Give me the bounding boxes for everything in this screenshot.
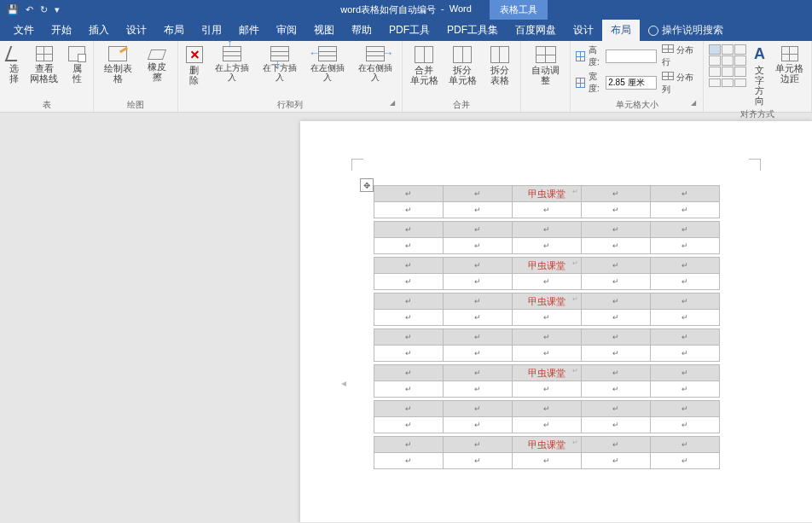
table-cell[interactable]: ↵ (374, 365, 444, 381)
table-row[interactable]: ↵↵↵↵↵ (374, 401, 720, 417)
eraser-button[interactable]: 橡皮擦 (142, 44, 172, 84)
table-cell[interactable]: 甲虫课堂↵ (513, 293, 582, 310)
table-cell[interactable]: ↵ (582, 238, 651, 254)
tab-mailings[interactable]: 邮件 (230, 20, 268, 41)
draw-table-button[interactable]: 绘制表格 (99, 44, 137, 85)
table-cell[interactable]: ↵ (651, 381, 720, 398)
table-cell[interactable]: ↵ (374, 222, 444, 238)
delete-button[interactable]: 删除 (183, 44, 206, 87)
table-cell[interactable]: ↵ (374, 346, 444, 362)
table-cell[interactable]: ↵ (651, 453, 720, 469)
table-cell[interactable]: ↵ (444, 238, 513, 254)
table-row[interactable]: ↵↵↵↵↵ (374, 381, 720, 398)
table-cell[interactable]: ↵ (374, 186, 444, 202)
tab-file[interactable]: 文件 (5, 20, 43, 41)
table-row[interactable]: ↵↵↵↵↵ (374, 453, 720, 469)
table-cell[interactable]: 甲虫课堂↵ (513, 186, 582, 202)
table-row[interactable]: ↵↵↵↵↵ (374, 202, 720, 218)
table-row[interactable]: ↵↵↵↵↵ (374, 222, 720, 238)
table-row[interactable]: ↵↵甲虫课堂↵↵↵ (374, 258, 720, 274)
distribute-cols-button[interactable]: 分布列 (662, 72, 698, 96)
table-row[interactable]: ↵↵↵↵↵ (374, 274, 720, 290)
table-cell[interactable]: ↵ (582, 274, 651, 290)
table-cell[interactable]: ↵ (374, 310, 444, 326)
table-cell[interactable]: ↵ (651, 310, 720, 326)
tab-review[interactable]: 审阅 (268, 20, 305, 41)
table-cell[interactable]: ↵ (582, 437, 651, 453)
qat-more-icon[interactable]: ▾ (55, 4, 60, 15)
table-move-handle[interactable]: ✥ (360, 178, 374, 192)
table-cell[interactable]: ↵ (651, 329, 720, 346)
table-cell[interactable]: ↵ (444, 293, 513, 310)
table-cell[interactable]: ↵ (374, 293, 444, 310)
table-cell[interactable]: ↵ (582, 329, 651, 346)
tab-design[interactable]: 设计 (118, 20, 155, 41)
tab-home[interactable]: 开始 (43, 20, 80, 41)
table-cell[interactable]: ↵ (582, 453, 651, 469)
table-row[interactable]: ↵↵甲虫课堂↵↵↵ (374, 437, 720, 453)
table-cell[interactable]: ↵ (651, 365, 720, 381)
merge-cells-button[interactable]: 合并 单元格 (408, 44, 441, 87)
split-cells-button[interactable]: 拆分 单元格 (446, 44, 479, 87)
tab-help[interactable]: 帮助 (343, 20, 380, 41)
tab-layout[interactable]: 布局 (155, 20, 193, 41)
height-input[interactable] (606, 49, 657, 63)
table-cell[interactable]: ↵ (651, 186, 720, 202)
tab-table-design[interactable]: 设计 (565, 20, 602, 41)
table-cell[interactable]: ↵ (582, 310, 651, 326)
table-cell[interactable]: ↵ (444, 381, 513, 398)
table-cell[interactable]: ↵ (513, 453, 582, 469)
table-cell[interactable]: ↵ (582, 202, 651, 218)
table-cell[interactable]: ↵ (444, 453, 513, 469)
table-row[interactable]: ↵↵↵↵↵ (374, 310, 720, 326)
distribute-rows-button[interactable]: 分布行 (662, 44, 698, 68)
table-cell[interactable]: ↵ (651, 401, 720, 417)
table-cell[interactable]: ↵ (651, 293, 720, 310)
table-cell[interactable]: ↵ (513, 329, 582, 346)
table-cell[interactable]: ↵ (444, 401, 513, 417)
table-cell[interactable]: ↵ (374, 238, 444, 254)
table-cell[interactable]: ↵ (651, 417, 720, 433)
insert-below-button[interactable]: ↓ 在下方插入 (258, 44, 301, 84)
table-cell[interactable]: ↵ (651, 202, 720, 218)
table-cell[interactable]: ↵ (651, 274, 720, 290)
table-cell[interactable]: ↵ (374, 274, 444, 290)
table-cell[interactable]: ↵ (582, 417, 651, 433)
table-cell[interactable]: ↵ (374, 417, 444, 433)
table-cell[interactable]: ↵ (513, 202, 582, 218)
table-cell[interactable]: ↵ (582, 401, 651, 417)
table-cell[interactable]: ↵ (651, 238, 720, 254)
table-cell[interactable]: ↵ (651, 346, 720, 362)
table-cell[interactable]: ↵ (513, 346, 582, 362)
table-cell[interactable]: ↵ (444, 274, 513, 290)
split-table-button[interactable]: 拆分表格 (484, 44, 516, 87)
table-cell[interactable]: ↵ (374, 437, 444, 453)
tab-pdfset[interactable]: PDF工具集 (438, 20, 507, 41)
tab-view[interactable]: 视图 (305, 20, 343, 41)
table-cell[interactable]: ↵ (374, 329, 444, 346)
table-cell[interactable]: ↵ (582, 258, 651, 274)
table-cell[interactable]: ↵ (444, 222, 513, 238)
table-cell[interactable]: ↵ (513, 274, 582, 290)
tab-references[interactable]: 引用 (193, 20, 230, 41)
table-cell[interactable]: ↵ (651, 258, 720, 274)
table-cell[interactable]: ↵ (513, 381, 582, 398)
table-row[interactable]: ↵↵↵↵↵ (374, 238, 720, 254)
table-cell[interactable]: ↵ (444, 310, 513, 326)
table-row[interactable]: ↵↵甲虫课堂↵↵↵ (374, 365, 720, 381)
width-input[interactable] (606, 76, 657, 90)
table-cell[interactable]: ↵ (651, 437, 720, 453)
table-cell[interactable]: ↵ (513, 401, 582, 417)
save-icon[interactable]: 💾 (7, 4, 19, 15)
table-cell[interactable]: ↵ (444, 365, 513, 381)
rc-launcher-icon[interactable]: ◢ (390, 96, 395, 110)
table-cell[interactable]: ↵ (513, 417, 582, 433)
word-table[interactable]: ↵↵甲虫课堂↵↵↵↵↵↵↵↵↵↵↵↵↵↵↵↵↵↵↵↵甲虫课堂↵↵↵↵↵↵↵↵↵↵… (374, 185, 720, 473)
table-cell[interactable]: ↵ (444, 186, 513, 202)
insert-left-button[interactable]: ← 在左侧插入 (306, 44, 349, 84)
insert-above-button[interactable]: ↑ 在上方插入 (211, 44, 253, 84)
page[interactable]: ✥ ◂ ↵↵甲虫课堂↵↵↵↵↵↵↵↵↵↵↵↵↵↵↵↵↵↵↵↵甲虫课堂↵↵↵↵↵↵… (300, 121, 812, 522)
table-cell[interactable]: ↵ (444, 417, 513, 433)
table-cell[interactable]: ↵ (582, 186, 651, 202)
size-launcher-icon[interactable]: ◢ (691, 96, 696, 110)
